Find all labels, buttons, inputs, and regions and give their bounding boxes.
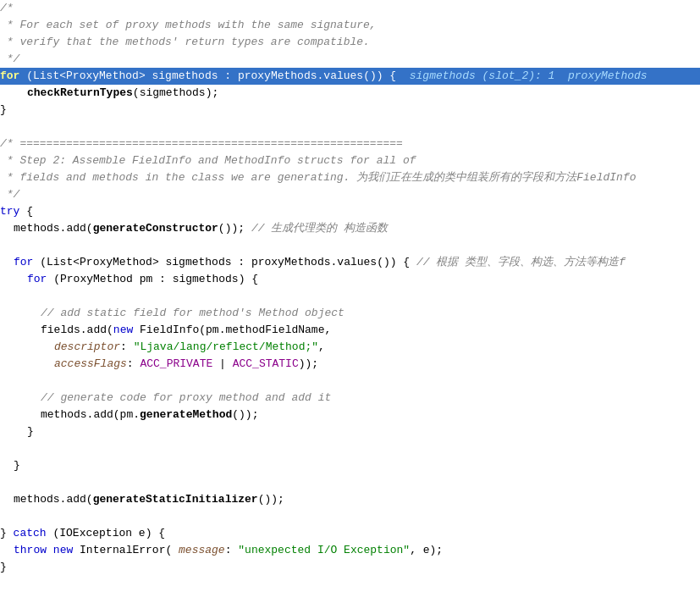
token: generateStaticInitializer <box>93 493 258 506</box>
line-content <box>0 237 7 254</box>
line-content: descriptor: "Ljava/lang/reflect/Method;"… <box>54 339 325 356</box>
line-content: } <box>0 559 7 576</box>
token: for <box>27 273 47 285</box>
token: , <box>318 340 325 353</box>
token: < <box>73 256 80 268</box>
token: * verify that the methods' return types … <box>0 36 370 48</box>
code-line <box>0 474 700 491</box>
token: checkReturnTypes <box>27 86 133 99</box>
line-content: // generate code for proxy method and ad… <box>41 390 331 407</box>
code-line: descriptor: "Ljava/lang/reflect/Method;"… <box>0 339 700 356</box>
token: methods <box>41 408 87 421</box>
token: * For each set of proxy methods with the… <box>0 19 377 31</box>
token: new <box>53 544 73 556</box>
token: // 根据 类型、字段、构选、方法等构造f <box>410 256 626 268</box>
line-content: } <box>14 457 20 474</box>
line-content: /* <box>0 0 14 17</box>
code-line: methods.add(generateStaticInitializer())… <box>0 491 700 508</box>
token: methods <box>14 222 60 235</box>
line-content <box>0 288 7 305</box>
code-line: } catch (IOException e) { <box>0 525 700 542</box>
token: } <box>0 527 14 539</box>
token: ( <box>47 273 60 285</box>
token: , e); <box>410 544 443 556</box>
line-content: methods.add(generateConstructor()); // 生… <box>14 220 388 237</box>
token: : <box>127 357 141 370</box>
code-line <box>0 288 700 305</box>
token: message <box>172 544 224 556</box>
code-line: * For each set of proxy methods with the… <box>0 17 700 34</box>
token: fields <box>41 324 80 336</box>
line-content <box>0 119 7 136</box>
token: List <box>47 256 73 268</box>
line-content: for (List<ProxyMethod> sigmethods : prox… <box>14 254 626 271</box>
line-content <box>0 508 7 525</box>
token: ACC_PRIVATE <box>140 357 212 370</box>
token: .values()) { <box>331 256 411 268</box>
token: } <box>0 561 7 573</box>
token: , <box>324 324 331 336</box>
line-content: methods.add(generateStaticInitializer())… <box>14 491 284 508</box>
code-editor: /* * For each set of proxy methods with … <box>0 0 700 592</box>
token: ( <box>19 69 33 82</box>
token: /* =====================================… <box>0 137 403 150</box>
line-content: methods.add(pm.generateMethod()); <box>41 407 258 423</box>
code-line: // add static field for method's Method … <box>0 305 700 322</box>
token: try <box>0 205 19 218</box>
line-content: fields.add(new FieldInfo(pm.methodFieldN… <box>41 322 331 339</box>
token: .add( <box>60 222 93 235</box>
token: (sigmethods); <box>133 86 218 99</box>
token: ( <box>33 256 47 268</box>
token: )); <box>299 357 318 370</box>
line-content: */ <box>0 186 19 203</box>
token <box>47 544 53 556</box>
token: FieldInfo(pm. <box>133 324 225 336</box>
token: */ <box>0 53 19 65</box>
token: (IOException e) { <box>47 527 165 539</box>
token: ProxyMethod <box>60 273 133 285</box>
token: ProxyMethod <box>66 69 139 82</box>
code-line <box>0 373 700 390</box>
code-line: // generate code for proxy method and ad… <box>0 390 700 407</box>
token: ()); <box>232 408 258 421</box>
line-content: checkReturnTypes(sigmethods); <box>27 85 218 102</box>
token: for <box>0 69 19 82</box>
code-line: } <box>0 559 700 576</box>
token: { <box>19 205 33 218</box>
token: "unexpected I/O Exception" <box>238 544 410 556</box>
code-line: throw new InternalError( message: "unexp… <box>0 542 700 559</box>
code-line <box>0 237 700 254</box>
token: // generate code for proxy method and ad… <box>41 391 331 404</box>
token: .add( <box>80 324 113 336</box>
token: List <box>33 69 59 82</box>
line-content: /* =====================================… <box>0 136 403 152</box>
token: } <box>27 425 34 438</box>
code-line: /* =====================================… <box>0 136 700 152</box>
line-content: * For each set of proxy methods with the… <box>0 17 377 34</box>
code-line: methods.add(pm.generateMethod()); <box>0 407 700 423</box>
token: : <box>120 340 134 353</box>
token: proxyMethods <box>251 256 331 268</box>
line-content: */ <box>0 51 19 68</box>
line-content: for (List<ProxyMethod> sigmethods : prox… <box>0 68 648 85</box>
line-content <box>0 440 7 457</box>
token: .add( <box>60 493 93 506</box>
token: catch <box>14 527 47 539</box>
code-line: * fields and methods in the class we are… <box>0 169 700 186</box>
code-line: */ <box>0 186 700 203</box>
line-content: * Step 2: Assemble FieldInfo and MethodI… <box>0 152 416 169</box>
token: */ <box>0 188 19 201</box>
token: for <box>14 256 33 268</box>
token: : <box>225 544 239 556</box>
code-line <box>0 440 700 457</box>
token: pm : sigmethods) { <box>133 273 258 285</box>
token: } <box>0 103 7 116</box>
token: descriptor <box>54 340 120 353</box>
code-line: * Step 2: Assemble FieldInfo and MethodI… <box>0 152 700 169</box>
code-line: for (List<ProxyMethod> sigmethods : prox… <box>0 254 700 271</box>
token: .add(pm. <box>87 408 140 421</box>
line-content: } catch (IOException e) { <box>0 525 165 542</box>
code-line: } <box>0 102 700 119</box>
token: generateConstructor <box>93 222 218 235</box>
token: > sigmethods : <box>152 256 251 268</box>
